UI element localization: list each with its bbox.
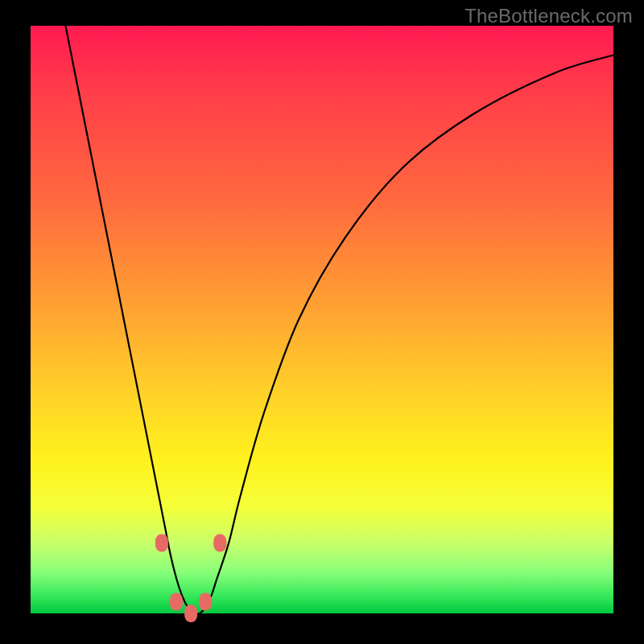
bottleneck-curve <box>65 26 613 614</box>
curve-svg <box>31 26 613 613</box>
chart-frame: TheBottleneck.com <box>0 0 644 644</box>
curve-marker <box>184 605 197 622</box>
curve-marker <box>170 592 183 610</box>
curve-marker <box>199 592 212 610</box>
curve-markers <box>155 534 226 622</box>
plot-area <box>31 26 613 613</box>
curve-marker <box>213 534 226 551</box>
watermark-text: TheBottleneck.com <box>464 5 633 27</box>
curve-marker <box>155 534 168 551</box>
